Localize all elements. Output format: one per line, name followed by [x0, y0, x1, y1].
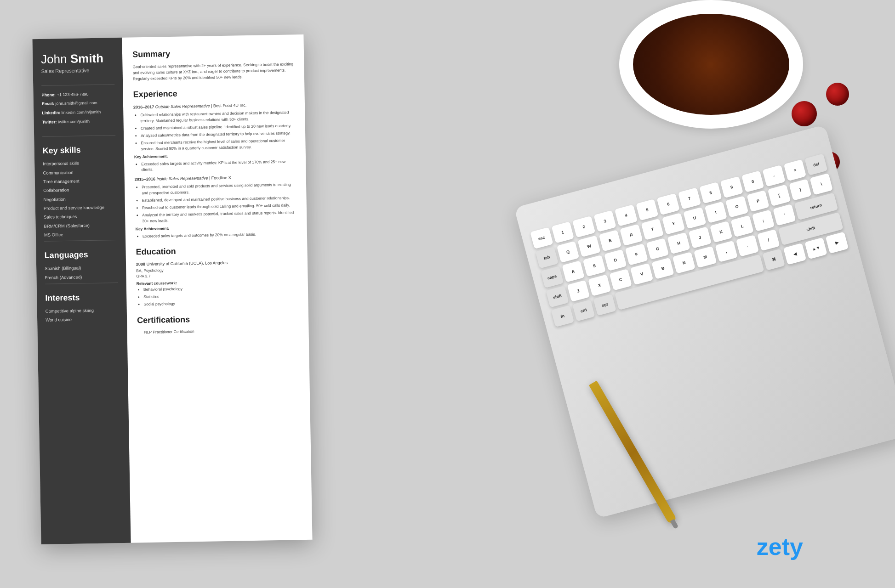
key: I — [704, 202, 727, 223]
job-1-achievement-bullets: Exceeded sales targets and activity metr… — [141, 158, 296, 172]
phone-value: +1 123-456-7890 — [57, 92, 88, 97]
key: ] — [789, 179, 812, 200]
edu-school: University of California (UCLA), Los Ang… — [146, 260, 228, 266]
key: ◀ — [783, 243, 806, 265]
resume-job-title: Sales Representative — [41, 67, 114, 74]
resume-sidebar: John Smith Sales Representative Phone: +… — [32, 38, 131, 544]
job-2-bullets: Presented, promoted and sold products an… — [142, 181, 296, 224]
cert-1: NLP Practitioner Certification — [144, 327, 299, 335]
key: V — [630, 263, 653, 285]
skill-collaboration: Collaboration — [43, 187, 116, 193]
key: 1 — [551, 221, 574, 243]
skill-communication: Communication — [43, 169, 116, 176]
key: 2 — [572, 216, 595, 237]
phone-label: Phone: — [41, 92, 56, 97]
resume-name-bold: Smith — [70, 51, 104, 66]
key: S — [583, 255, 606, 277]
key: ▶ — [826, 232, 849, 253]
key: D — [604, 249, 627, 271]
key: / — [757, 229, 780, 251]
certifications-heading: Certifications — [137, 312, 298, 326]
key: [ — [768, 185, 791, 206]
language-spanish: Spanish (Bilingual) — [45, 265, 118, 272]
contact-section: Phone: +1 123-456-7890 Email: john.smith… — [41, 84, 115, 125]
cherry-2 — [792, 101, 817, 126]
interest-cuisine: World cuisine — [46, 317, 119, 323]
job-1-title: Outside Sales Representative — [155, 103, 210, 109]
key: \ — [810, 173, 833, 195]
key: 6 — [657, 193, 680, 215]
cherry-1 — [826, 83, 849, 106]
job-1-bullet-2: Created and maintained a robust sales pi… — [141, 123, 295, 131]
key: F — [625, 243, 648, 265]
interests-heading: Interests — [45, 292, 118, 303]
skill-negotiation: Negotiation — [43, 196, 116, 203]
key: Y — [662, 213, 685, 234]
key: ' — [773, 204, 796, 226]
twitter-value: twitter.com/jsmith — [58, 119, 90, 124]
key: T — [641, 218, 664, 240]
linkedin-label: LinkedIn: — [42, 110, 60, 115]
job-2-achievement-text: Exceeded sales targets and outcomes by 2… — [143, 231, 297, 239]
job-2-years: 2015–2016 — [135, 176, 155, 181]
skill-ms-office: MS Office — [44, 231, 117, 238]
key: shift — [546, 286, 569, 307]
summary-text: Goal-oriented sales representative with … — [132, 61, 294, 81]
key: ▲▼ — [804, 237, 827, 259]
key: L — [731, 215, 754, 237]
key: = — [784, 159, 807, 181]
key: U — [683, 207, 706, 229]
key: caps — [541, 266, 564, 288]
coursework-2: Statistics — [143, 291, 298, 300]
email-value: john.smith@gmail.com — [55, 101, 97, 106]
key: 0 — [741, 170, 764, 192]
key: P — [747, 190, 770, 212]
resume-main-content: Summary Goal-oriented sales representati… — [122, 34, 312, 543]
key: 7 — [678, 187, 701, 209]
skill-product-knowledge: Product and service knowledge — [44, 204, 117, 211]
edu-year: 2008 — [136, 262, 145, 266]
experience-heading: Experience — [133, 86, 294, 101]
linkedin-value: linkedin.com/in/jsmith — [62, 110, 101, 115]
job-1-years: 2016–2017 — [133, 104, 154, 109]
key: del — [805, 153, 828, 175]
language-french: French (Advanced) — [45, 274, 118, 281]
key: M — [694, 246, 717, 268]
key: E — [599, 230, 621, 251]
key: N — [673, 252, 695, 273]
education-heading: Education — [136, 244, 297, 258]
key: 8 — [699, 182, 722, 204]
skill-time-management: Time management — [43, 178, 116, 185]
key: B — [651, 257, 674, 279]
key: tab — [536, 247, 559, 268]
key: O — [725, 196, 748, 217]
key: ⌘ — [762, 249, 785, 270]
email-contact: Email: john.smith@gmail.com — [42, 100, 115, 107]
summary-heading: Summary — [132, 46, 294, 60]
key: fn — [551, 305, 574, 327]
key: Q — [557, 241, 580, 263]
key: ; — [752, 209, 775, 231]
key: 5 — [636, 199, 659, 220]
key: J — [689, 226, 712, 248]
edu-coursework-list: Behavioral psychology Statistics Social … — [143, 284, 298, 307]
job-2-separator: | Foodline X — [209, 175, 231, 180]
job-2-bullet-1: Presented, promoted and sold products an… — [142, 181, 296, 195]
key: K — [710, 221, 733, 243]
key: Z — [567, 280, 590, 302]
job-1-bullet-1: Cultivated relationships with restaurant… — [140, 110, 295, 124]
resume-name: John Smith — [41, 51, 114, 66]
interests-section: Interests Competitive alpine skiing Worl… — [45, 283, 119, 323]
job-1-header: 2016–2017 Outside Sales Representative |… — [133, 102, 295, 110]
key: , — [715, 241, 738, 262]
key: esc — [530, 227, 553, 249]
job-1-bullets: Cultivated relationships with restaurant… — [140, 110, 295, 152]
interest-skiing: Competitive alpine skiing — [46, 307, 119, 314]
skill-interpersonal: Interpersonal skills — [43, 160, 116, 167]
job-2-header: 2015–2016 Inside Sales Representative | … — [135, 174, 296, 182]
job-1-bullet-3: Analyzed sales/metrics data from the des… — [141, 130, 295, 138]
key: opt — [593, 294, 616, 316]
job-2-achievement-bullets: Exceeded sales targets and outcomes by 2… — [143, 231, 297, 239]
key: G — [646, 238, 669, 260]
job-2-bullet-2: Established, developed and maintained po… — [142, 195, 296, 203]
